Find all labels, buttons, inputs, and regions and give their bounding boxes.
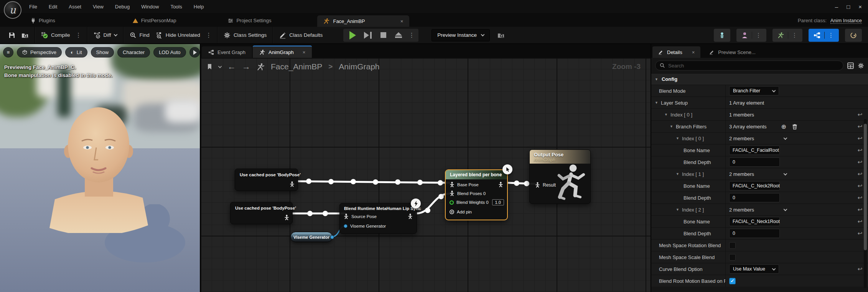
menu-edit[interactable]: Edit: [49, 4, 57, 10]
menu-debug[interactable]: Debug: [115, 4, 130, 10]
blend-weight-value-box[interactable]: 1.0: [492, 199, 504, 205]
mesh-space-scale-checkbox[interactable]: [729, 254, 736, 261]
blend-root-motion-checkbox[interactable]: ✓: [729, 278, 736, 284]
add-array-element-icon[interactable]: ⊕: [781, 123, 786, 130]
viewport-play-button[interactable]: [189, 47, 200, 57]
forward-button[interactable]: →: [242, 62, 250, 72]
pose-output-pin-icon[interactable]: [498, 182, 503, 187]
class-defaults-button[interactable]: Class Defaults: [276, 32, 326, 39]
expander-icon[interactable]: ▼: [655, 101, 658, 105]
close-doc-tab-icon[interactable]: ×: [400, 18, 404, 24]
node-cached-pose-bottom[interactable]: Use cached pose 'BodyPose': [230, 202, 293, 224]
details-scrollbar[interactable]: [864, 119, 867, 288]
element-options-chevron-icon[interactable]: [784, 172, 787, 176]
browse-to-asset-button[interactable]: [18, 32, 31, 39]
close-button[interactable]: ×: [858, 3, 862, 10]
tab-plugins[interactable]: Plugins: [31, 18, 55, 23]
scrollbar-thumb[interactable]: [864, 124, 867, 250]
pose-output-pin[interactable]: [290, 181, 295, 187]
lod-dropdown[interactable]: LOD Auto: [153, 47, 186, 57]
menu-help[interactable]: Help: [194, 4, 204, 10]
character-dropdown[interactable]: Character: [117, 47, 150, 57]
step-forward-button[interactable]: [360, 30, 376, 41]
blend-depth-input[interactable]: 0: [729, 229, 780, 238]
mesh-space-rotation-checkbox[interactable]: [729, 242, 736, 249]
hide-unrelated-button[interactable]: Hide Unrelated: [153, 32, 203, 39]
stop-button[interactable]: [376, 30, 391, 41]
result-pin-row[interactable]: Result: [531, 180, 560, 189]
lit-dropdown[interactable]: ◐ Lit: [65, 47, 87, 57]
add-pin-row[interactable]: Add pin: [446, 207, 507, 216]
mesh-kebab-icon[interactable]: ⋮: [752, 32, 761, 39]
tab-animgraph[interactable]: AnimGraph ×: [253, 46, 312, 58]
minimize-button[interactable]: –: [835, 3, 838, 10]
compile-options-kebab-icon[interactable]: ⋮: [73, 31, 84, 39]
perspective-dropdown[interactable]: Perspective: [17, 47, 62, 57]
viseme-generator-pin-row[interactable]: Viseme Generator: [340, 221, 417, 230]
animation-mode-button[interactable]: ⋮: [772, 29, 802, 42]
animation-kebab-icon[interactable]: ⋮: [788, 32, 797, 39]
node-layered-blend-per-bone[interactable]: Layered blend per bone Base Pose Blend P…: [445, 169, 508, 220]
skeleton-mode-button[interactable]: [714, 29, 730, 42]
diff-button[interactable]: Diff: [91, 32, 120, 39]
compile-button[interactable]: Compile: [38, 32, 73, 39]
search-input[interactable]: [668, 63, 839, 69]
doc-tab-face-animbp[interactable]: Face_AnimBP ×: [317, 15, 409, 27]
element-options-chevron-icon[interactable]: [784, 207, 787, 211]
pose-output-pin-icon[interactable]: [408, 213, 413, 219]
pose-output-pin[interactable]: [284, 215, 289, 220]
blueprint-kebab-icon[interactable]: ⋮: [824, 32, 834, 39]
animgraph-canvas[interactable]: Use cached pose 'BodyPose' Use cached po…: [201, 58, 651, 292]
parent-class-link[interactable]: Anim Instance: [830, 18, 862, 24]
tab-event-graph[interactable]: Event Graph: [202, 46, 252, 58]
tab-details[interactable]: Details ×: [652, 46, 700, 58]
bone-name-input[interactable]: FACIAL_C_FacialRoot: [729, 146, 780, 155]
menu-window[interactable]: Window: [141, 4, 159, 10]
blend-weights-pin-row[interactable]: Blend Weights 0 1.0: [446, 198, 507, 207]
class-settings-button[interactable]: Class Settings: [221, 32, 270, 39]
node-viseme-generator-var[interactable]: Viseme Generator: [290, 232, 333, 242]
viewport-menu-button[interactable]: ≡: [3, 47, 13, 57]
expander-icon[interactable]: ▼: [670, 125, 673, 128]
close-tab-icon[interactable]: ×: [303, 49, 306, 55]
tab-preview-scene[interactable]: Preview Scene...: [703, 46, 761, 58]
breadcrumb-root[interactable]: Face_AnimBP: [271, 62, 322, 71]
node-lip-sync[interactable]: Blend Runtime MetaHuman Lip Sync Source …: [339, 203, 417, 234]
delete-array-icon[interactable]: [792, 124, 797, 130]
expander-icon[interactable]: ▼: [676, 172, 679, 176]
back-button[interactable]: ←: [227, 62, 236, 72]
preview-instance-dropdown[interactable]: Preview Instance: [432, 29, 490, 41]
bone-name-input[interactable]: FACIAL_C_Neck1Root: [729, 217, 780, 226]
preview-viewport[interactable]: ≡ Perspective ◐ Lit Show Character LOD A…: [0, 44, 200, 292]
expander-icon[interactable]: ▼: [664, 113, 668, 116]
play-button[interactable]: [345, 30, 360, 41]
curve-blend-option-dropdown[interactable]: Use Max Value: [729, 264, 779, 274]
blend-mode-dropdown[interactable]: Branch Filter: [729, 86, 779, 95]
blend-depth-input[interactable]: 0: [729, 157, 780, 167]
element-options-chevron-icon[interactable]: [784, 136, 787, 140]
search-box[interactable]: [655, 61, 843, 71]
section-config[interactable]: ▼ Config: [651, 73, 868, 85]
browse-debug-button[interactable]: [494, 32, 507, 39]
details-settings-gear-icon[interactable]: [858, 62, 864, 69]
menu-file[interactable]: File: [29, 4, 37, 10]
blend-depth-input[interactable]: 0: [729, 193, 780, 202]
breadcrumb-current[interactable]: AnimGraph: [339, 62, 379, 71]
tab-first-person-map[interactable]: FirstPersonMap: [133, 18, 176, 23]
physics-mode-button[interactable]: [845, 29, 862, 42]
tab-project-settings[interactable]: Project Settings: [228, 18, 271, 23]
reset-to-default-icon[interactable]: ↩: [852, 109, 868, 120]
blueprint-mode-button[interactable]: ⋮: [809, 29, 839, 42]
mesh-mode-button[interactable]: ⋮: [736, 29, 766, 42]
object-output-pin-icon[interactable]: [330, 235, 334, 239]
show-dropdown[interactable]: Show: [91, 47, 114, 57]
base-pose-pin-row[interactable]: Base Pose: [446, 179, 507, 189]
expander-icon[interactable]: ▼: [655, 77, 658, 81]
save-button[interactable]: [5, 32, 18, 39]
source-pose-pin-row[interactable]: Source Pose: [340, 212, 417, 221]
play-options-kebab-icon[interactable]: ⋮: [406, 31, 417, 39]
menu-asset[interactable]: Asset: [69, 4, 81, 10]
hide-unrelated-kebab-icon[interactable]: ⋮: [203, 31, 214, 39]
find-button[interactable]: Find: [127, 32, 153, 39]
node-output-pose[interactable]: Output Pose AnimGraph: [529, 149, 591, 204]
